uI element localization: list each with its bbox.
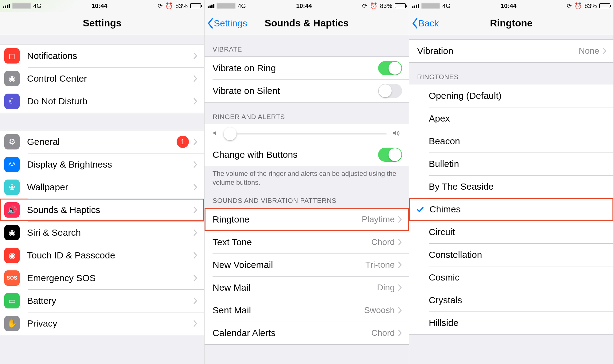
ringtone-circuit[interactable]: Circuit — [409, 221, 613, 243]
ringtone-opening[interactable]: Opening (Default) — [409, 84, 613, 107]
chevron-right-icon — [193, 98, 197, 105]
nav-bar: Settings — [0, 12, 204, 35]
ringer-footer: The volume of the ringer and alerts can … — [205, 166, 409, 191]
row-calendar-alerts[interactable]: Calendar Alerts Chord — [205, 322, 409, 344]
nav-bar: Settings Sounds & Haptics — [205, 12, 409, 35]
row-general[interactable]: ⚙ General 1 — [0, 130, 204, 153]
row-text-tone[interactable]: Text Tone Chord — [205, 231, 409, 254]
carrier-label — [421, 3, 440, 9]
row-control-center[interactable]: ◉ Control Center — [0, 67, 204, 90]
alarm-icon: ⏰ — [165, 2, 173, 10]
network-label: 4G — [33, 2, 41, 10]
chevron-right-icon — [193, 207, 197, 213]
speaker-low-icon — [213, 130, 219, 138]
ringtone-cosmic[interactable]: Cosmic — [409, 266, 613, 289]
battery-icon — [599, 3, 610, 8]
signal-icon — [3, 4, 10, 8]
fingerprint-icon: ◉ — [4, 248, 20, 263]
toggle-change-buttons[interactable] — [378, 148, 402, 162]
row-emergency-sos[interactable]: SOS Emergency SOS — [0, 267, 204, 289]
row-vibration[interactable]: Vibration None — [409, 40, 613, 62]
row-siri-search[interactable]: ◉ Siri & Search — [0, 221, 204, 244]
row-change-with-buttons[interactable]: Change with Buttons — [205, 143, 409, 166]
gear-icon: ⚙ — [4, 134, 20, 149]
signal-icon — [412, 4, 419, 8]
chevron-right-icon — [193, 252, 197, 259]
back-button[interactable]: Back — [412, 18, 439, 29]
sos-icon: SOS — [4, 270, 20, 286]
row-sounds-haptics[interactable]: 🔊 Sounds & Haptics — [0, 199, 204, 221]
battery-pct: 83% — [585, 2, 597, 10]
carrier-label — [12, 3, 31, 9]
row-battery[interactable]: ▭ Battery — [0, 289, 204, 312]
status-bar: 4G 10:44 ⟳ ⏰ 83% — [409, 0, 613, 12]
chevron-left-icon — [207, 18, 214, 29]
row-sent-mail[interactable]: Sent Mail Swoosh — [205, 299, 409, 322]
battery-pct: 83% — [175, 2, 188, 10]
alarm-icon: ⏰ — [574, 2, 582, 10]
chevron-right-icon — [193, 229, 197, 236]
chevron-right-icon — [193, 275, 197, 281]
ringtone-by-the-seaside[interactable]: By The Seaside — [409, 175, 613, 198]
toggle-vibrate-ring[interactable] — [378, 61, 402, 75]
ringtone-crystals[interactable]: Crystals — [409, 289, 613, 312]
row-wallpaper[interactable]: ❀ Wallpaper — [0, 176, 204, 199]
chevron-right-icon — [193, 75, 197, 82]
chevron-right-icon — [193, 320, 197, 327]
siri-icon: ◉ — [4, 225, 20, 240]
battery-icon — [190, 3, 201, 8]
screen-settings: 4G 10:44 ⟳ ⏰ 83% Settings ◻ Notification… — [0, 0, 205, 364]
orientation-lock-icon: ⟳ — [567, 2, 572, 10]
row-notifications[interactable]: ◻ Notifications — [0, 45, 204, 67]
row-ringtone[interactable]: Ringtone Playtime — [205, 208, 409, 231]
orientation-lock-icon: ⟳ — [158, 2, 163, 10]
notifications-icon: ◻ — [4, 48, 20, 64]
moon-icon: ☾ — [4, 94, 20, 109]
row-display-brightness[interactable]: AA Display & Brightness — [0, 153, 204, 176]
row-do-not-disturb[interactable]: ☾ Do Not Disturb — [0, 90, 204, 113]
ringtone-apex[interactable]: Apex — [409, 107, 613, 130]
clock: 10:44 — [501, 2, 516, 10]
battery-pct: 83% — [380, 2, 392, 10]
ringtones-list: Opening (Default) Apex Beacon Bulletin B… — [409, 84, 613, 335]
screen-sounds-haptics: 4G 10:44 ⟳ ⏰ 83% Settings Sounds & Hapti… — [205, 0, 409, 364]
orientation-lock-icon: ⟳ — [362, 2, 367, 10]
speaker-high-icon — [392, 130, 401, 138]
clock: 10:44 — [296, 2, 312, 10]
status-bar: 4G 10:44 ⟳ ⏰ 83% — [0, 0, 204, 12]
ringtone-constellation[interactable]: Constellation — [409, 243, 613, 266]
chevron-right-icon — [398, 284, 402, 291]
ringtone-beacon[interactable]: Beacon — [409, 130, 613, 153]
section-ringtones: RINGTONES — [409, 63, 613, 84]
row-new-mail[interactable]: New Mail Ding — [205, 276, 409, 299]
page-title: Ringtone — [490, 17, 533, 29]
chevron-right-icon — [398, 307, 402, 314]
row-touch-id[interactable]: ◉ Touch ID & Passcode — [0, 244, 204, 267]
settings-group-1: ◻ Notifications ◉ Control Center ☾ Do No… — [0, 44, 204, 113]
volume-slider[interactable] — [225, 134, 387, 134]
row-privacy[interactable]: ✋ Privacy — [0, 312, 204, 335]
row-new-voicemail[interactable]: New Voicemail Tri-tone — [205, 254, 409, 276]
control-center-icon: ◉ — [4, 71, 20, 86]
back-button[interactable]: Settings — [207, 18, 247, 29]
battery-icon — [395, 3, 406, 8]
network-label: 4G — [238, 2, 246, 10]
display-icon: AA — [4, 157, 20, 172]
signal-icon — [208, 4, 214, 8]
row-vibrate-on-silent[interactable]: Vibrate on Silent — [205, 79, 409, 102]
sound-icon: 🔊 — [4, 202, 20, 218]
chevron-right-icon — [398, 261, 402, 268]
chevron-right-icon — [602, 48, 607, 54]
carrier-label — [217, 3, 235, 9]
chevron-right-icon — [193, 297, 197, 304]
toggle-vibrate-silent[interactable] — [378, 84, 402, 98]
ringtone-hillside[interactable]: Hillside — [409, 312, 613, 334]
section-sounds: SOUNDS AND VIBRATION PATTERNS — [205, 191, 409, 208]
row-vibrate-on-ring[interactable]: Vibrate on Ring — [205, 57, 409, 79]
chevron-right-icon — [193, 138, 197, 145]
battery-icon: ▭ — [4, 293, 20, 308]
ringtone-chimes[interactable]: Chimes — [409, 198, 613, 221]
ringtone-bulletin[interactable]: Bulletin — [409, 153, 613, 175]
check-icon — [415, 206, 425, 213]
chevron-right-icon — [193, 52, 197, 59]
